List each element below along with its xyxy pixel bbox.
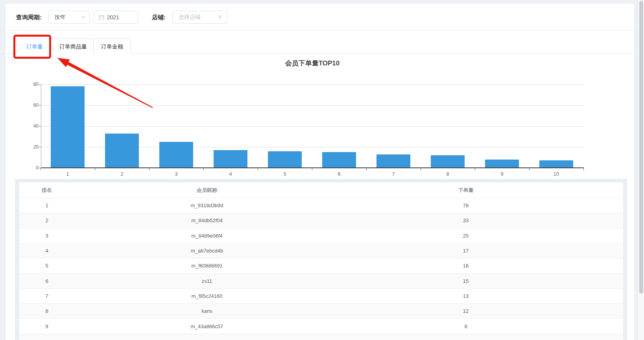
rank-cell: 9 bbox=[19, 323, 74, 329]
y-axis-tick bbox=[39, 126, 41, 126]
table-row: 6zs1115 bbox=[19, 273, 623, 288]
year-date-input[interactable]: 2021 bbox=[94, 11, 138, 24]
table-row: 5m_f6088669116 bbox=[19, 258, 623, 273]
y-axis-tick-label: 20 bbox=[23, 144, 39, 150]
rank-cell: 7 bbox=[19, 293, 74, 299]
bar bbox=[51, 86, 85, 168]
nickname-cell: zs11 bbox=[74, 278, 340, 284]
nickname-cell: m_9318d3b9d bbox=[74, 203, 340, 208]
order-count-cell: 17 bbox=[340, 248, 592, 254]
gridline bbox=[41, 147, 584, 147]
shop-select-placeholder: 选择店铺 bbox=[179, 14, 218, 21]
gridline bbox=[41, 105, 584, 106]
x-axis-tick bbox=[366, 168, 367, 170]
y-axis-tick-label: 60 bbox=[23, 102, 39, 108]
main-card: 查询周期: 按年 2021 店铺: 选择店铺 订单量 bbox=[5, 3, 635, 340]
order-count-cell: 13 bbox=[340, 293, 592, 299]
x-axis-tick bbox=[421, 168, 421, 170]
shop-select[interactable]: 选择店铺 bbox=[172, 11, 227, 24]
table-row: 4m_ab7ebcd4b17 bbox=[19, 243, 623, 258]
x-axis-tick bbox=[529, 168, 530, 170]
tab-order-count[interactable]: 订单量 bbox=[17, 39, 53, 54]
x-axis-tick-label: 6 bbox=[327, 171, 351, 177]
nickname-cell: m_f85c24160 bbox=[74, 293, 340, 299]
rank-cell: 6 bbox=[19, 278, 74, 284]
nickname-cell: m_f60886691 bbox=[74, 263, 340, 269]
bar bbox=[431, 155, 465, 168]
y-axis-tick-label: 40 bbox=[23, 123, 39, 129]
table-body: 1m_9318d3b9d782m_84db52f04333m_8489e06f4… bbox=[19, 198, 623, 334]
header-nickname: 会员昵称 bbox=[74, 187, 340, 194]
bar bbox=[159, 142, 193, 168]
nickname-cell: kans bbox=[74, 308, 340, 314]
nickname-cell: m_43a866c57 bbox=[74, 323, 340, 329]
scrollbar-thumb[interactable] bbox=[639, 1, 643, 294]
y-axis-tick bbox=[39, 168, 41, 168]
bar bbox=[376, 154, 410, 168]
scrollbar-track[interactable] bbox=[638, 0, 644, 340]
nickname-cell: m_8489e06f4 bbox=[74, 233, 340, 239]
x-axis-tick-label: 3 bbox=[164, 171, 188, 177]
orders-table: 排名 会员昵称 下单量 1m_9318d3b9d782m_84db52f0433… bbox=[19, 182, 623, 340]
arrow-down-icon bbox=[218, 15, 222, 20]
x-axis-tick bbox=[203, 168, 204, 170]
order-count-cell: 8 bbox=[340, 323, 592, 329]
table-row: 7m_f85c2416013 bbox=[19, 289, 623, 304]
x-axis-tick-label: 1 bbox=[56, 171, 79, 177]
bar bbox=[105, 134, 139, 168]
order-count-cell: 12 bbox=[340, 308, 592, 314]
nickname-cell: m_84db52f04 bbox=[74, 217, 340, 223]
header-order-count: 下单量 bbox=[340, 187, 592, 194]
y-axis-line bbox=[41, 84, 41, 168]
rank-cell: 8 bbox=[19, 308, 74, 314]
table-row-partial bbox=[19, 334, 623, 340]
header-rank: 排名 bbox=[19, 187, 74, 194]
calendar-icon bbox=[99, 15, 104, 20]
x-axis-tick bbox=[312, 168, 312, 170]
chevron-down-icon bbox=[81, 16, 85, 19]
table-row: 9m_43a866c578 bbox=[19, 319, 623, 334]
x-axis-tick bbox=[149, 168, 149, 170]
rank-cell: 3 bbox=[19, 233, 74, 239]
rank-cell: 5 bbox=[19, 263, 74, 269]
x-axis-tick-label: 4 bbox=[219, 171, 242, 177]
filter-bar: 查询周期: 按年 2021 店铺: 选择店铺 bbox=[6, 4, 634, 31]
order-count-cell: 15 bbox=[340, 278, 592, 284]
order-count-cell: 16 bbox=[340, 263, 592, 269]
query-period-label: 查询周期: bbox=[16, 4, 42, 31]
order-count-cell: 25 bbox=[340, 233, 592, 239]
rank-cell: 4 bbox=[19, 248, 74, 254]
y-axis-tick-label: 80 bbox=[23, 82, 39, 87]
tab-bar: 订单量 订单商品量 订单金额 bbox=[16, 39, 131, 54]
order-count-cell: 33 bbox=[340, 217, 592, 223]
x-axis-tick bbox=[583, 168, 584, 170]
x-axis-tick-label: 7 bbox=[382, 171, 405, 177]
tab-order-amount[interactable]: 订单金额 bbox=[93, 39, 131, 54]
bar bbox=[322, 152, 356, 168]
bar bbox=[268, 151, 302, 168]
gridline bbox=[41, 84, 584, 85]
x-axis-tick bbox=[258, 168, 258, 170]
x-axis-tick-label: 10 bbox=[544, 171, 568, 177]
table-row: 2m_84db52f0433 bbox=[19, 213, 623, 228]
bar bbox=[214, 150, 247, 168]
table-row: 1m_9318d3b9d78 bbox=[19, 198, 623, 213]
x-axis-line bbox=[41, 167, 584, 168]
x-axis-tick bbox=[475, 168, 475, 170]
order-count-cell: 78 bbox=[340, 203, 592, 208]
tab-order-item-count[interactable]: 订单商品量 bbox=[53, 39, 93, 54]
x-axis-tick bbox=[95, 168, 95, 170]
table-row: 3m_8489e06f425 bbox=[19, 229, 623, 243]
bar bbox=[539, 160, 573, 168]
x-axis-tick bbox=[41, 168, 41, 170]
period-select[interactable]: 按年 bbox=[48, 11, 90, 24]
y-axis-tick bbox=[39, 147, 41, 147]
rank-cell: 1 bbox=[19, 203, 74, 208]
nickname-cell: m_ab7ebcd4b bbox=[74, 248, 340, 254]
table-panel: 排名 会员昵称 下单量 1m_9318d3b9d782m_84db52f0433… bbox=[15, 179, 627, 340]
chart-title: 会员下单量TOP10 bbox=[41, 59, 584, 68]
table-header-row: 排名 会员昵称 下单量 bbox=[19, 182, 623, 198]
year-value: 2021 bbox=[107, 14, 119, 20]
x-axis-tick-label: 8 bbox=[436, 171, 459, 177]
y-axis-tick bbox=[39, 84, 41, 85]
